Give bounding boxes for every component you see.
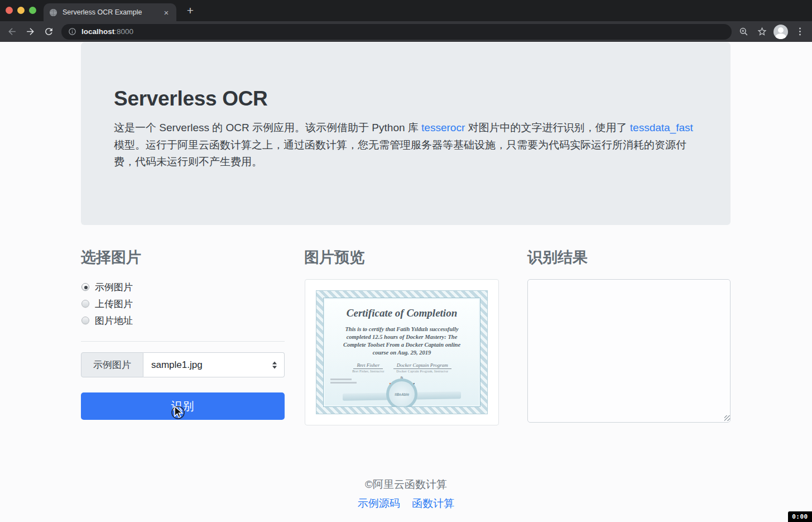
signature-1-caption: Bret Fisher, Instructor <box>352 370 385 373</box>
close-tab-icon[interactable]: × <box>162 8 171 17</box>
select-image-heading: 选择图片 <box>81 247 141 267</box>
url-host: localhost <box>81 27 114 36</box>
signature-1-name: Bret Fisher <box>353 362 383 369</box>
page-content: Serverless OCR 这是一个 Serverless 的 OCR 示例应… <box>0 42 812 522</box>
radio-row-url[interactable]: 图片地址 <box>81 312 285 329</box>
certificate-number-lines <box>330 379 357 385</box>
sample-select-label: 示例图片 <box>81 352 143 377</box>
sample-file-select[interactable]: sample1.jpg <box>143 352 285 377</box>
star-outline-icon <box>757 26 767 37</box>
hero-desc-text-2: 对图片中的文字进行识别，使用了 <box>465 122 630 133</box>
hero-desc-text-3: 模型。运行于阿里云函数计算之上，通过函数计算，您无需管理服务器等基础设施，只需要… <box>114 139 686 168</box>
signature-2-caption: Docker Captain Program, Instructor <box>396 370 448 373</box>
tessdata-fast-link[interactable]: tessdata_fast <box>630 122 693 133</box>
radio-label-upload: 上传图片 <box>95 298 133 310</box>
address-bar[interactable]: localhost:8000 <box>61 24 732 40</box>
reload-button[interactable] <box>42 25 55 39</box>
certificate-body-text: This is to certify that Fatih Yıldızlı s… <box>337 325 467 357</box>
browser-titlebar: Serverless OCR Example × + <box>0 0 812 21</box>
close-window-button[interactable] <box>6 7 13 14</box>
radio-row-upload[interactable]: 上传图片 <box>81 295 285 312</box>
recognize-button[interactable]: 识别 <box>81 392 285 420</box>
browser-toolbar: localhost:8000 <box>0 21 812 42</box>
select-arrows-icon <box>272 361 277 368</box>
forward-button[interactable] <box>23 25 37 39</box>
browser-tab[interactable]: Serverless OCR Example × <box>44 3 176 21</box>
preview-heading: 图片预览 <box>304 247 364 267</box>
radio-sample-image[interactable] <box>81 283 89 291</box>
radio-upload-image[interactable] <box>81 300 89 308</box>
reload-icon <box>44 26 54 37</box>
footer-copyright: ©阿里云函数计算 <box>0 477 812 492</box>
new-tab-button[interactable]: + <box>184 5 196 16</box>
certificate-title: Certificate of Completion <box>324 307 480 319</box>
browser-window: Serverless OCR Example × + <box>0 0 812 522</box>
sample-select-group: 示例图片 sample1.jpg <box>81 352 285 377</box>
hero-desc-text-1: 这是一个 Serverless 的 OCR 示例应用。该示例借助于 Python… <box>114 122 421 133</box>
bookmark-button[interactable] <box>755 25 768 39</box>
radio-row-sample[interactable]: 示例图片 <box>81 279 285 295</box>
page-info-icon[interactable] <box>68 27 76 36</box>
preview-card: Certificate of Completion This is to cer… <box>305 279 499 425</box>
zoom-window-button[interactable] <box>29 7 36 14</box>
recording-timer: 0:00 <box>788 511 812 522</box>
forward-arrow-icon <box>25 26 36 37</box>
result-heading: 识别结果 <box>527 247 588 267</box>
function-compute-link[interactable]: 函数计算 <box>412 497 454 509</box>
minimize-window-button[interactable] <box>17 7 25 14</box>
avatar-head-shape <box>778 27 784 33</box>
result-textarea[interactable] <box>527 279 731 423</box>
back-button[interactable] <box>5 25 18 39</box>
signature-2-name: Docker Captain Program <box>393 362 451 369</box>
source-code-link[interactable]: 示例源码 <box>358 497 400 509</box>
url-port: :8000 <box>114 27 133 36</box>
hero-jumbotron: Serverless OCR 这是一个 Serverless 的 OCR 示例应… <box>81 42 731 225</box>
image-source-radio-group: 示例图片 上传图片 图片地址 <box>81 279 285 329</box>
radio-image-url[interactable] <box>81 317 89 324</box>
profile-avatar[interactable] <box>773 25 788 39</box>
radio-label-sample: 示例图片 <box>95 281 133 294</box>
avatar-body-shape <box>775 33 786 39</box>
section-divider <box>81 341 285 342</box>
tesserocr-link[interactable]: tesserocr <box>421 122 465 133</box>
certificate-seal: #BeAble <box>386 379 417 407</box>
certificate-inner: Certificate of Completion This is to cer… <box>323 298 481 407</box>
url-text: localhost:8000 <box>81 27 133 36</box>
hero-description: 这是一个 Serverless 的 OCR 示例应用。该示例借助于 Python… <box>114 119 703 171</box>
kebab-menu-icon <box>795 26 805 37</box>
certificate-signatures: Bret Fisher Bret Fisher, Instructor Dock… <box>324 362 480 373</box>
certificate-image: Certificate of Completion This is to cer… <box>316 290 488 414</box>
tab-title: Serverless OCR Example <box>63 8 162 16</box>
selected-sample-value: sample1.jpg <box>151 360 203 371</box>
traffic-lights <box>6 7 36 14</box>
seal-text: #BeAble <box>395 392 409 396</box>
zoom-page-button[interactable] <box>737 25 750 39</box>
radio-label-url: 图片地址 <box>95 314 133 327</box>
magnifier-plus-icon <box>738 26 749 37</box>
footer-links: 示例源码 函数计算 <box>0 496 812 511</box>
globe-favicon-icon <box>49 8 57 17</box>
browser-menu-button[interactable] <box>793 25 806 39</box>
back-arrow-icon <box>7 26 17 37</box>
page-title: Serverless OCR <box>114 87 268 111</box>
